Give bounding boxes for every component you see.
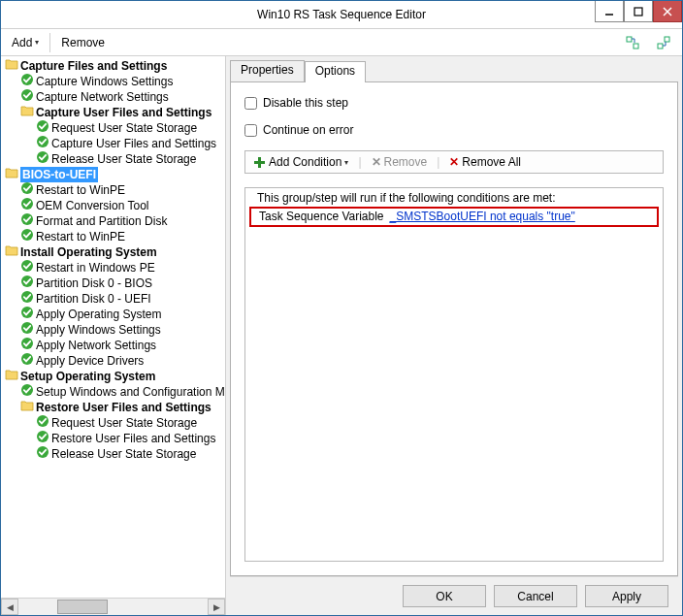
condition-value-link[interactable]: _SMSTSBootUEFI not equals "true": [390, 210, 575, 223]
folder-icon: [5, 57, 20, 75]
conditions-list[interactable]: This group/step will run if the followin…: [244, 187, 664, 562]
tree-item-label: Partition Disk 0 - UEFI: [36, 291, 151, 307]
tab-options[interactable]: Options: [305, 61, 366, 82]
tree-item-label: Capture User Files and Settings: [36, 105, 211, 120]
tree-item[interactable]: Capture Windows Settings: [3, 74, 225, 89]
cancel-button[interactable]: Cancel: [494, 585, 577, 607]
folder-icon: [5, 166, 20, 183]
x-icon: ✕: [372, 155, 381, 169]
svg-rect-5: [634, 44, 638, 49]
condition-row[interactable]: Task Sequence Variable _SMSTSBootUEFI no…: [253, 210, 655, 223]
ok-button[interactable]: OK: [403, 585, 486, 607]
svg-rect-6: [658, 44, 663, 49]
remove-condition-button[interactable]: ✕ Remove: [368, 154, 432, 170]
titlebar: Win10 RS Task Sequence Editor: [1, 1, 682, 29]
tree-item[interactable]: OEM Conversion Tool: [3, 198, 225, 213]
continue-on-error-checkbox[interactable]: [244, 124, 257, 137]
tree-item-label: Restore User Files and Settings: [51, 431, 215, 446]
tree-item-label: Capture User Files and Settings: [51, 136, 216, 151]
body: Capture Files and SettingsCapture Window…: [1, 56, 682, 615]
folder-icon: [5, 243, 20, 261]
continue-on-error-row[interactable]: Continue on error: [244, 123, 664, 137]
tree-item-label: Apply Network Settings: [36, 338, 156, 353]
collapse-icon[interactable]: [649, 32, 678, 53]
tree-item[interactable]: Release User State Storage: [3, 151, 225, 167]
scroll-left-button[interactable]: ◀: [1, 599, 18, 615]
remove-button[interactable]: Remove: [54, 33, 112, 52]
disable-step-label: Disable this step: [263, 96, 348, 110]
tree-item[interactable]: Setup Windows and Configuration Manager: [3, 384, 225, 400]
tree-item-label: Request User State Storage: [51, 120, 197, 136]
tree-item-label: Restart in Windows PE: [36, 260, 155, 276]
chevron-down-icon: ▾: [344, 158, 348, 167]
disable-step-row[interactable]: Disable this step: [244, 96, 664, 110]
scroll-thumb[interactable]: [57, 600, 108, 614]
tree-item-label: Restore User Files and Settings: [36, 400, 211, 415]
tree-item[interactable]: Restore User Files and Settings: [3, 400, 225, 415]
close-button[interactable]: [653, 1, 682, 22]
check-icon: [20, 352, 36, 370]
tree-item[interactable]: Release User State Storage: [3, 446, 225, 462]
tree-item-label: BIOS-to-UEFI: [20, 167, 98, 182]
conditions-header: This group/step will run if the followin…: [249, 190, 659, 207]
x-icon: ✕: [449, 155, 459, 169]
tree-item[interactable]: Request User State Storage: [3, 415, 225, 431]
folder-icon: [20, 104, 36, 121]
tree-item[interactable]: Capture User Files and Settings: [3, 136, 225, 151]
tree-item[interactable]: Partition Disk 0 - UEFI: [3, 291, 225, 307]
tree-item[interactable]: Apply Device Drivers: [3, 353, 225, 369]
tree-item[interactable]: Request User State Storage: [3, 120, 225, 136]
window-title: Win10 RS Task Sequence Editor: [1, 8, 682, 21]
add-button[interactable]: Add▾: [5, 33, 46, 52]
svg-rect-7: [665, 37, 669, 42]
tree-item-label: Restart to WinPE: [36, 229, 125, 244]
scroll-track[interactable]: [18, 599, 208, 615]
tree-item[interactable]: Apply Windows Settings: [3, 322, 225, 338]
expand-icon[interactable]: [618, 32, 647, 53]
tree-item[interactable]: Setup Operating System: [3, 369, 225, 384]
tabs: Properties Options: [230, 60, 678, 81]
tree-item-label: Install Operating System: [20, 244, 157, 260]
condition-row-highlight: Task Sequence Variable _SMSTSBootUEFI no…: [249, 207, 659, 227]
check-icon: [20, 228, 36, 245]
tree-item[interactable]: Format and Partition Disk: [3, 213, 225, 229]
tree-item-label: Apply Device Drivers: [36, 353, 144, 369]
svg-rect-4: [627, 37, 632, 42]
tree-item[interactable]: Partition Disk 0 - BIOS: [3, 276, 225, 291]
scroll-right-button[interactable]: ▶: [208, 599, 225, 615]
tree-item[interactable]: Restart in Windows PE: [3, 260, 225, 276]
apply-button[interactable]: Apply: [585, 585, 668, 607]
tree-item[interactable]: Install Operating System: [3, 244, 225, 260]
plus-icon: [253, 156, 266, 169]
tree-item[interactable]: Capture User Files and Settings: [3, 105, 225, 120]
tree-item-label: Apply Operating System: [36, 307, 161, 322]
folder-icon: [5, 368, 20, 385]
tree-item[interactable]: Restart to WinPE: [3, 229, 225, 244]
tree-item[interactable]: Capture Network Settings: [3, 89, 225, 105]
maximize-button[interactable]: [624, 1, 653, 22]
options-panel: Disable this step Continue on error Add …: [230, 81, 678, 576]
tree-item[interactable]: Capture Files and Settings: [3, 58, 225, 74]
minimize-button[interactable]: [595, 1, 624, 22]
window-buttons: [595, 1, 682, 22]
tree-item-label: Release User State Storage: [51, 151, 196, 167]
chevron-down-icon: ▾: [35, 38, 39, 47]
tab-properties[interactable]: Properties: [230, 60, 305, 81]
toolbar-divider: [49, 33, 50, 52]
tree-item-label: Setup Windows and Configuration Manager: [36, 384, 225, 400]
task-sequence-tree[interactable]: Capture Files and SettingsCapture Window…: [1, 56, 225, 598]
svg-rect-1: [634, 8, 642, 16]
tree-item-label: Setup Operating System: [20, 369, 155, 384]
tree-item[interactable]: Restore User Files and Settings: [3, 431, 225, 446]
add-condition-button[interactable]: Add Condition ▾: [249, 154, 352, 170]
tree-item[interactable]: Apply Network Settings: [3, 338, 225, 353]
horizontal-scrollbar[interactable]: ◀ ▶: [1, 598, 225, 615]
tree-item[interactable]: Restart to WinPE: [3, 182, 225, 198]
tree-item[interactable]: Apply Operating System: [3, 307, 225, 322]
disable-step-checkbox[interactable]: [244, 97, 257, 110]
tree-item[interactable]: BIOS-to-UEFI: [3, 167, 225, 182]
tree-item-label: Release User State Storage: [51, 446, 196, 462]
condition-type-label: Task Sequence Variable: [259, 210, 384, 223]
remove-all-button[interactable]: ✕ Remove All: [445, 154, 525, 170]
check-icon: [36, 445, 51, 463]
